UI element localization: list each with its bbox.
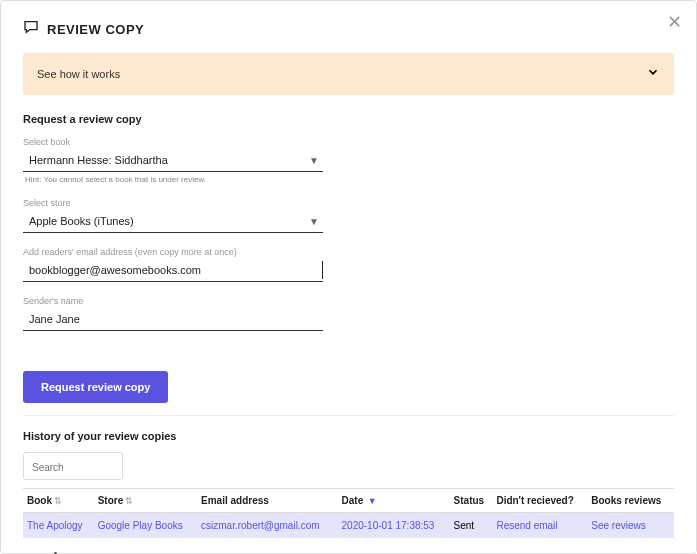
review-copy-modal: ✕ REVIEW COPY See how it works Request a… xyxy=(0,0,697,554)
speech-bubble-icon xyxy=(23,19,39,39)
store-label: Select store xyxy=(23,198,323,208)
cell-resend[interactable]: Resend email xyxy=(492,513,587,539)
banner-text: See how it works xyxy=(37,68,120,80)
store-field: Select store ▼ xyxy=(23,198,323,233)
book-select[interactable]: ▼ xyxy=(23,149,323,172)
chevron-down-icon xyxy=(646,65,660,83)
sort-icon: ⇅ xyxy=(54,496,62,506)
sender-label: Sender's name xyxy=(23,296,323,306)
history-section-title: History of your review copies xyxy=(23,430,674,442)
sort-icon: ⇅ xyxy=(125,496,133,506)
cell-status: Sent xyxy=(450,513,493,539)
col-store[interactable]: Store⇅ xyxy=(94,489,197,513)
modal-title: REVIEW COPY xyxy=(47,22,144,37)
book-input[interactable] xyxy=(23,151,309,169)
page-first-icon[interactable]: « xyxy=(23,550,29,554)
col-didnt[interactable]: Didn't recieved? xyxy=(492,489,587,513)
page-last-icon[interactable]: » xyxy=(83,550,89,554)
table-row[interactable]: The Apology Google Play Books csizmar.ro… xyxy=(23,513,674,539)
request-review-copy-button[interactable]: Request review copy xyxy=(23,371,168,403)
email-input[interactable] xyxy=(23,261,323,279)
caret-down-icon: ▼ xyxy=(309,155,323,166)
history-table: Book⇅ Store⇅ Email address Date ▼ Status… xyxy=(23,488,674,538)
store-input[interactable] xyxy=(23,212,309,230)
page-current[interactable]: 1 xyxy=(53,550,59,554)
col-reviews[interactable]: Books reviews xyxy=(587,489,674,513)
sort-icon: ▼ xyxy=(365,496,376,506)
form-section-title: Request a review copy xyxy=(23,113,674,125)
cell-date: 2020-10-01 17:38:53 xyxy=(338,513,450,539)
cell-book[interactable]: The Apology xyxy=(23,513,94,539)
cell-store[interactable]: Google Play Books xyxy=(94,513,197,539)
col-book[interactable]: Book⇅ xyxy=(23,489,94,513)
caret-down-icon: ▼ xyxy=(309,216,323,227)
col-date[interactable]: Date ▼ xyxy=(338,489,450,513)
history-search-input[interactable] xyxy=(32,462,114,473)
cell-email[interactable]: csizmar.robert@gmail.com xyxy=(197,513,338,539)
history-search-box[interactable] xyxy=(23,452,123,480)
page-prev-icon[interactable]: ‹ xyxy=(39,550,43,554)
book-field: Select book ▼ Hint: You cannot select a … xyxy=(23,137,323,184)
page-next-icon[interactable]: › xyxy=(69,550,73,554)
email-field: Add readers' email address (even copy mo… xyxy=(23,247,323,282)
cell-reviews[interactable]: See reviews xyxy=(587,513,674,539)
pagination: « ‹ 1 › » xyxy=(23,550,674,554)
close-icon[interactable]: ✕ xyxy=(667,11,682,33)
book-hint: Hint: You cannot select a book that is u… xyxy=(23,175,323,184)
modal-header: REVIEW COPY xyxy=(23,19,674,39)
sender-field: Sender's name xyxy=(23,296,323,331)
table-header-row: Book⇅ Store⇅ Email address Date ▼ Status… xyxy=(23,489,674,513)
store-select[interactable]: ▼ xyxy=(23,210,323,233)
how-it-works-banner[interactable]: See how it works xyxy=(23,53,674,95)
col-email[interactable]: Email address xyxy=(197,489,338,513)
col-status[interactable]: Status xyxy=(450,489,493,513)
email-input-wrap[interactable] xyxy=(23,259,323,282)
divider xyxy=(23,415,674,416)
sender-input-wrap[interactable] xyxy=(23,308,323,331)
sender-input[interactable] xyxy=(23,310,323,328)
email-label: Add readers' email address (even copy mo… xyxy=(23,247,323,257)
book-label: Select book xyxy=(23,137,323,147)
